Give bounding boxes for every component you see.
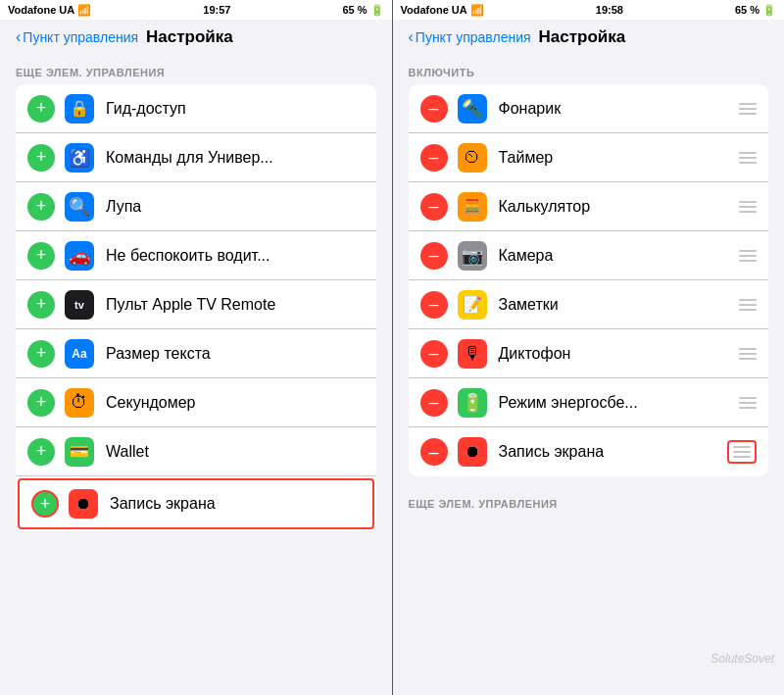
assistive-touch-label: Команды для Универ...	[106, 149, 365, 167]
list-item-dnd-driving: + 🚗 Не беспокоить водит...	[16, 231, 376, 280]
list-item-low-power: – 🔋 Режим энергосбе...	[409, 378, 769, 427]
back-button-right[interactable]: ‹ Пункт управления	[409, 28, 531, 46]
add-guided-access-button[interactable]: +	[27, 95, 55, 123]
timer-icon: ⏲	[458, 143, 487, 173]
nav-header-left: ‹ Пункт управления Настройка	[0, 20, 392, 53]
back-label-left: Пункт управления	[23, 29, 138, 45]
wifi-icon-right: 📶	[470, 4, 484, 17]
time-right: 19:58	[596, 4, 623, 16]
voice-memos-label: Диктофон	[499, 345, 732, 363]
list-item-wallet: + 💳 Wallet	[16, 427, 376, 476]
magnifier-icon: 🔍	[65, 192, 94, 222]
list-item-screen-record-left: + ⏺ Запись экрана	[18, 478, 374, 529]
flashlight-icon: 🔦	[458, 94, 487, 124]
list-item-text-size: + Aa Размер текста	[16, 329, 376, 378]
camera-drag-handle[interactable]	[739, 250, 757, 262]
dnd-driving-label: Не беспокоить водит...	[106, 247, 365, 265]
back-chevron-right: ‹	[409, 28, 414, 46]
add-magnifier-button[interactable]: +	[27, 193, 55, 221]
status-left: Vodafone UA 📶	[8, 4, 91, 17]
remove-calculator-button[interactable]: –	[420, 193, 448, 221]
add-stopwatch-button[interactable]: +	[27, 389, 55, 417]
remove-screen-record-button-right[interactable]: –	[420, 438, 448, 466]
right-panel: Vodafone UA 📶 19:58 65 % 🔋 ‹ Пункт управ…	[393, 0, 785, 695]
list-item-notes: – 📝 Заметки	[409, 280, 769, 329]
wifi-icon: 📶	[77, 4, 91, 17]
text-size-icon: Aa	[65, 339, 94, 369]
list-item-stopwatch: + ⏱ Секундомер	[16, 378, 376, 427]
calculator-label: Калькулятор	[499, 198, 732, 216]
low-power-drag-handle[interactable]	[739, 397, 757, 409]
status-bar-right: Vodafone UA 📶 19:58 65 % 🔋	[393, 0, 785, 20]
nav-header-right: ‹ Пункт управления Настройка	[393, 20, 785, 53]
items-list-left: + 🔒 Гид-доступ + ♿ Команды для Универ...…	[0, 84, 392, 695]
section-header-right-bottom: ЕЩЕ ЭЛЕМ. УПРАВЛЕНИЯ	[393, 484, 785, 516]
remove-notes-button[interactable]: –	[420, 291, 448, 319]
timer-drag-handle[interactable]	[739, 152, 757, 164]
voice-memos-icon: 🎙	[458, 339, 487, 369]
carrier-right: Vodafone UA	[401, 4, 467, 16]
remove-flashlight-button[interactable]: –	[420, 95, 448, 123]
calculator-drag-handle[interactable]	[739, 201, 757, 213]
time-left: 19:57	[203, 4, 230, 16]
battery-left: 65 %	[342, 4, 367, 16]
screen-record-label-left: Запись экрана	[110, 495, 361, 513]
list-item-magnifier: + 🔍 Лупа	[16, 182, 376, 231]
add-screen-record-button-left[interactable]: +	[31, 490, 59, 518]
remove-camera-button[interactable]: –	[420, 242, 448, 270]
list-item-guided-access: + 🔒 Гид-доступ	[16, 84, 376, 133]
camera-label: Камера	[499, 247, 732, 265]
status-right-left: 65 % 🔋	[342, 4, 383, 17]
flashlight-label: Фонарик	[499, 100, 732, 118]
list-group-right: – 🔦 Фонарик – ⏲ Таймер – 🧮 Кальк	[409, 84, 769, 476]
back-button-left[interactable]: ‹ Пункт управления	[16, 28, 138, 46]
screen-record-icon-left: ⏺	[69, 489, 98, 519]
low-power-icon: 🔋	[458, 388, 487, 418]
guided-access-label: Гид-доступ	[106, 100, 365, 118]
remove-timer-button[interactable]: –	[420, 144, 448, 172]
battery-right: 65 %	[735, 4, 760, 16]
battery-icon-left: 🔋	[370, 4, 384, 17]
notes-icon: 📝	[458, 290, 487, 320]
stopwatch-icon: ⏱	[65, 388, 94, 418]
notes-drag-handle[interactable]	[739, 299, 757, 311]
battery-icon-right: 🔋	[762, 4, 776, 17]
list-item-voice-memos: – 🎙 Диктофон	[409, 329, 769, 378]
page-title-left: Настройка	[146, 27, 233, 47]
add-text-size-button[interactable]: +	[27, 340, 55, 368]
screen-record-icon-right: ⏺	[458, 437, 487, 467]
list-item-appletv: + tv Пульт Apple TV Remote	[16, 280, 376, 329]
left-panel: Vodafone UA 📶 19:57 65 % 🔋 ‹ Пункт управ…	[0, 0, 392, 695]
guided-access-icon: 🔒	[65, 94, 94, 124]
list-item-screen-record-right: – ⏺ Запись экрана	[409, 427, 769, 476]
section-header-left: ЕЩЕ ЭЛЕМ. УПРАВЛЕНИЯ	[0, 53, 392, 84]
add-dnd-driving-button[interactable]: +	[27, 242, 55, 270]
items-list-right: – 🔦 Фонарик – ⏲ Таймер – 🧮 Кальк	[393, 84, 785, 695]
list-item-calculator: – 🧮 Калькулятор	[409, 182, 769, 231]
section-header-right-top: ВКЛЮЧИТЬ	[393, 53, 785, 84]
remove-low-power-button[interactable]: –	[420, 389, 448, 417]
page-title-right: Настройка	[539, 27, 626, 47]
text-size-label: Размер текста	[106, 345, 365, 363]
appletv-icon: tv	[65, 290, 94, 320]
status-bar-left: Vodafone UA 📶 19:57 65 % 🔋	[0, 0, 392, 20]
status-right-right: 65 % 🔋	[735, 4, 776, 17]
wallet-label: Wallet	[106, 443, 365, 461]
list-group-left: + 🔒 Гид-доступ + ♿ Команды для Универ...…	[16, 84, 376, 531]
timer-label: Таймер	[499, 149, 732, 167]
status-left-right: Vodafone UA 📶	[401, 4, 484, 17]
add-appletv-button[interactable]: +	[27, 291, 55, 319]
list-item-camera: – 📷 Камера	[409, 231, 769, 280]
flashlight-drag-handle[interactable]	[739, 103, 757, 115]
voice-memos-drag-handle[interactable]	[739, 348, 757, 360]
add-assistive-touch-button[interactable]: +	[27, 144, 55, 172]
remove-voice-memos-button[interactable]: –	[420, 340, 448, 368]
assistive-touch-icon: ♿	[65, 143, 94, 173]
stopwatch-label: Секундомер	[106, 394, 365, 412]
screen-record-drag-handle[interactable]	[727, 440, 757, 464]
notes-label: Заметки	[499, 296, 732, 314]
add-wallet-button[interactable]: +	[27, 438, 55, 466]
wallet-icon: 💳	[65, 437, 94, 467]
calculator-icon: 🧮	[458, 192, 487, 222]
list-item-timer: – ⏲ Таймер	[409, 133, 769, 182]
